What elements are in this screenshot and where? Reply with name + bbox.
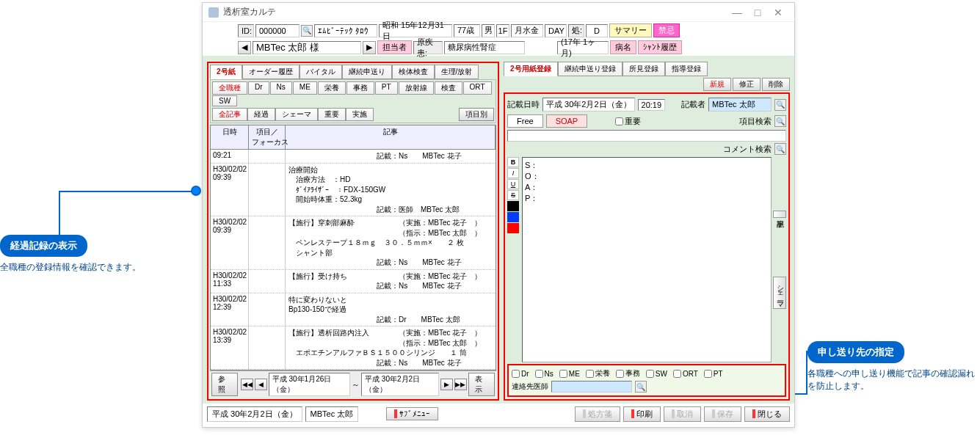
name-kana: ｴﾑﾋﾞｰﾃｯｸ ﾀﾛｳ bbox=[314, 24, 377, 37]
author-field[interactable]: MBTec 太郎 bbox=[708, 98, 772, 112]
view-important[interactable]: 重要 bbox=[318, 108, 346, 121]
prev-patient-button[interactable]: ◀ bbox=[238, 41, 251, 54]
date-to[interactable]: 平成 30年2月2日（金） bbox=[361, 373, 439, 396]
minimize-button[interactable]: — bbox=[727, 4, 747, 21]
author-search-icon[interactable]: 🔍 bbox=[774, 99, 786, 111]
role-nutrition[interactable]: 栄養 bbox=[318, 81, 346, 95]
disease-name-button[interactable]: 病名 bbox=[610, 40, 636, 54]
important-checkbox[interactable]: 重要 bbox=[615, 116, 641, 127]
footer-bar: 平成 30年2月2日（金） MBTec 太郎 ｻﾌﾞﾒﾆｭｰ 処方箋 印刷 取消… bbox=[207, 405, 790, 423]
cancel-button[interactable]: 取消 bbox=[664, 406, 701, 422]
role-pt[interactable]: PT bbox=[375, 81, 398, 95]
view-all[interactable]: 全記事 bbox=[212, 108, 247, 121]
side-schema-tab[interactable]: シェーマ bbox=[773, 277, 786, 309]
color-blue[interactable] bbox=[507, 212, 519, 222]
tab-2gou-entry[interactable]: 2号用紙登録 bbox=[504, 62, 558, 76]
tab-order-history[interactable]: オーダー履歴 bbox=[242, 65, 300, 79]
col-focus: 項目／ フォーカス bbox=[249, 125, 286, 149]
entry-date[interactable]: 平成 30年2月2日（金） bbox=[542, 98, 635, 112]
close-footer-button[interactable]: 閉じる bbox=[744, 406, 790, 422]
role-me[interactable]: ME bbox=[293, 81, 317, 95]
tab-findings-entry[interactable]: 所見登録 bbox=[623, 62, 665, 76]
table-row[interactable]: H30/02/02 12:39特に変わりないとBp130-150で経過記載：Dr… bbox=[211, 293, 496, 327]
close-button[interactable]: ✕ bbox=[768, 4, 788, 21]
destination-row: DrNsME栄養事務SWORTPT bbox=[512, 368, 782, 379]
show-button[interactable]: 表示 bbox=[468, 373, 495, 396]
id-search-icon[interactable]: 🔍 bbox=[301, 25, 313, 37]
strike-button[interactable]: S bbox=[507, 190, 519, 200]
role-dr[interactable]: Dr bbox=[248, 81, 269, 95]
shunt-history-button[interactable]: ｼｬﾝﾄ履歴 bbox=[638, 40, 682, 54]
dest-ns[interactable]: Ns bbox=[535, 370, 553, 378]
side-entry-tab[interactable]: 記事 bbox=[773, 211, 786, 218]
tab-2gou[interactable]: 2号紙 bbox=[210, 65, 242, 79]
dest-pt[interactable]: PT bbox=[704, 370, 723, 378]
date-last-button[interactable]: ▶▶ bbox=[454, 379, 467, 390]
free-mode-button[interactable]: Free bbox=[507, 114, 543, 128]
date-prev-button[interactable]: ◀ bbox=[255, 379, 267, 390]
submenu-button[interactable]: ｻﾌﾞﾒﾆｭｰ bbox=[386, 407, 438, 420]
contact-doctor-field[interactable] bbox=[551, 381, 632, 393]
view-done[interactable]: 実施 bbox=[346, 108, 374, 121]
role-sw[interactable]: SW bbox=[212, 95, 237, 106]
view-schema[interactable]: シェーマ bbox=[275, 108, 318, 121]
entry-time[interactable]: 20:19 bbox=[638, 99, 666, 111]
id-label: ID: bbox=[238, 24, 254, 37]
table-row[interactable]: 09:21記載：Ns MBTec 花子 bbox=[211, 150, 496, 164]
tab-handover-entry[interactable]: 継続申送り登録 bbox=[558, 62, 623, 76]
new-button[interactable]: 新規 bbox=[703, 78, 731, 91]
dest-dr[interactable]: Dr bbox=[512, 370, 529, 378]
table-row[interactable]: H30/02/02 11:33【施行】受け持ち （実施：MBTec 花子 ）記載… bbox=[211, 270, 496, 293]
tab-guidance-entry[interactable]: 指導登録 bbox=[665, 62, 708, 76]
tab-lab[interactable]: 検体検査 bbox=[392, 65, 435, 79]
underline-button[interactable]: U bbox=[507, 179, 519, 189]
print-button[interactable]: 印刷 bbox=[623, 406, 661, 422]
view-progress[interactable]: 経過 bbox=[247, 108, 275, 121]
role-radio[interactable]: 放射線 bbox=[399, 81, 434, 95]
next-patient-button[interactable]: ▶ bbox=[363, 41, 376, 54]
delete-button[interactable]: 削除 bbox=[762, 78, 790, 91]
dest-ort[interactable]: ORT bbox=[673, 370, 698, 378]
summary-button[interactable]: サマリー bbox=[609, 23, 652, 37]
table-row[interactable]: H30/02/02 13:39【施行】透析回路内注入 （実施：MBTec 花子 … bbox=[211, 326, 496, 370]
tab-physio-radio[interactable]: 生理/放射 bbox=[435, 65, 479, 79]
role-ns[interactable]: Ns bbox=[270, 81, 292, 95]
maximize-button[interactable]: □ bbox=[747, 4, 768, 21]
save-button[interactable]: 保存 bbox=[704, 406, 741, 422]
dest-me[interactable]: ME bbox=[559, 370, 580, 378]
table-row[interactable]: H30/02/02 09:39治療開始 治療方法 ：HD ﾀﾞｲｱﾗｲｻﾞｰ ：… bbox=[211, 164, 496, 217]
dest-栄養[interactable]: 栄養 bbox=[586, 368, 610, 379]
destination-box: DrNsME栄養事務SWORTPT 連絡先医師 🔍 bbox=[507, 364, 786, 397]
prescription-button[interactable]: 処方箋 bbox=[575, 406, 620, 422]
comment-search-icon[interactable]: 🔍 bbox=[774, 143, 786, 155]
app-icon bbox=[208, 7, 219, 18]
color-red[interactable] bbox=[507, 223, 519, 233]
date-next-button[interactable]: ▶ bbox=[440, 379, 453, 390]
date-from[interactable]: 平成 30年1月26日（金） bbox=[269, 373, 350, 396]
assignee-button[interactable]: 担当者 bbox=[377, 40, 412, 54]
taboo-button[interactable]: 禁忌 bbox=[653, 23, 680, 37]
modify-button[interactable]: 修正 bbox=[733, 78, 761, 91]
bold-button[interactable]: B bbox=[507, 157, 519, 167]
role-ort[interactable]: ORT bbox=[463, 81, 492, 95]
editor-textarea[interactable]: S： O： A： P： bbox=[522, 157, 772, 362]
item-search-input[interactable] bbox=[507, 130, 786, 142]
tab-vital[interactable]: バイタル bbox=[300, 65, 342, 79]
soap-mode-button[interactable]: SOAP bbox=[546, 114, 588, 128]
record-body[interactable]: 09:21記載：Ns MBTec 花子H30/02/02 09:39治療開始 治… bbox=[211, 150, 496, 370]
item-search-icon[interactable]: 🔍 bbox=[774, 115, 786, 127]
role-office[interactable]: 事務 bbox=[346, 81, 374, 95]
role-exam[interactable]: 検査 bbox=[435, 81, 462, 95]
item-view-button[interactable]: 項目別 bbox=[459, 108, 494, 121]
tab-handover[interactable]: 継続申送り bbox=[342, 65, 392, 79]
date-first-button[interactable]: ◀◀ bbox=[241, 379, 253, 390]
color-black[interactable] bbox=[507, 201, 519, 211]
contact-doctor-search-icon[interactable]: 🔍 bbox=[635, 381, 647, 393]
dest-事務[interactable]: 事務 bbox=[616, 368, 640, 379]
role-tabs-container: 全職種 Dr Ns ME 栄養 事務 PT 放射線 検査 ORT SW 全記事 … bbox=[210, 79, 496, 123]
italic-button[interactable]: I bbox=[507, 168, 519, 178]
dest-sw[interactable]: SW bbox=[646, 370, 667, 378]
reference-button[interactable]: 参照 bbox=[211, 373, 238, 396]
table-row[interactable]: H30/02/02 09:39【施行】穿刺部麻酔 （実施：MBTec 花子 ） … bbox=[211, 216, 496, 270]
role-all[interactable]: 全職種 bbox=[212, 81, 247, 95]
